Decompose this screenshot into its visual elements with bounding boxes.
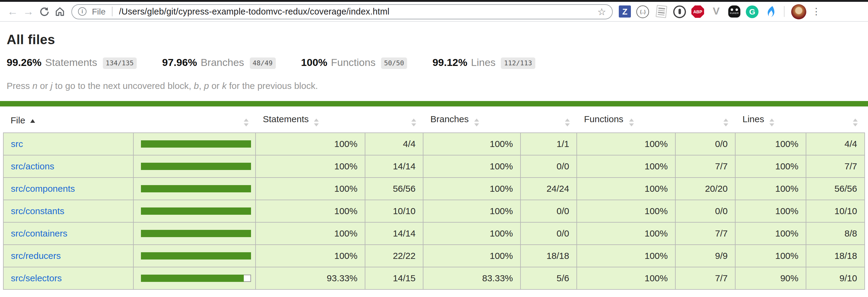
branches-raw-cell: 0/0 xyxy=(521,155,577,177)
coverage-table: File Statements Branches xyxy=(3,107,865,290)
page-info-icon[interactable]: i xyxy=(78,7,87,16)
coverage-bar-fill xyxy=(141,140,251,147)
table-row: src/selectors 93.33% 14/15 83.33% 5/6 10… xyxy=(3,267,865,289)
coverage-bar-fill xyxy=(141,274,244,281)
coverage-report-page: All files 99.26% Statements 134/135 97.9… xyxy=(0,32,868,290)
branches-raw-cell: 18/18 xyxy=(521,244,577,267)
functions-percent-cell: 100% xyxy=(577,200,675,222)
table-row: src/actions 100% 14/14 100% 0/0 100% 7/7… xyxy=(3,155,865,177)
functions-percent-cell: 100% xyxy=(577,244,675,267)
branches-percent-cell: 100% xyxy=(423,155,521,177)
file-link[interactable]: src/constants xyxy=(11,206,64,216)
coverage-bar xyxy=(141,230,251,237)
stat-label: Statements xyxy=(45,57,97,69)
coverage-bar xyxy=(141,207,251,214)
functions-raw-cell: 0/0 xyxy=(675,200,735,222)
stat-fraction: 134/135 xyxy=(102,57,137,69)
extension-adblock-icon[interactable]: ABP xyxy=(691,5,704,18)
file-link[interactable]: src/reducers xyxy=(11,250,61,261)
functions-percent-cell: 100% xyxy=(577,177,675,200)
extension-1password-icon[interactable] xyxy=(673,5,686,18)
url-text[interactable]: /Users/gleb/git/cypress-example-todomvc-… xyxy=(119,7,597,16)
column-header-file[interactable]: File xyxy=(3,107,133,132)
extension-blue-flame-icon[interactable] xyxy=(764,5,777,18)
browser-window: ← → i File /Users/gleb/git/cypress-examp… xyxy=(0,0,868,297)
coverage-bar-cell xyxy=(133,177,255,200)
column-header-functions-raw[interactable] xyxy=(675,107,735,132)
stat-lines: 99.12% Lines 112/113 xyxy=(433,57,535,69)
branches-percent-cell: 100% xyxy=(423,200,521,222)
branches-raw-cell: 5/6 xyxy=(521,267,577,289)
stat-fraction: 112/113 xyxy=(501,57,535,69)
bookmark-star-icon[interactable]: ☆ xyxy=(597,6,606,17)
extension-zotero-icon[interactable]: Z xyxy=(619,5,631,18)
lines-percent-cell: 100% xyxy=(735,132,806,155)
coverage-bar xyxy=(141,274,251,281)
sorter-icon xyxy=(565,119,569,126)
coverage-bar-cell xyxy=(133,200,255,222)
branches-raw-cell: 24/24 xyxy=(521,177,577,200)
functions-percent-cell: 100% xyxy=(577,222,675,244)
lines-percent-cell: 90% xyxy=(735,267,806,289)
page-title: All files xyxy=(7,32,868,48)
statements-raw-cell: 10/10 xyxy=(365,200,423,222)
coverage-bar xyxy=(141,252,251,259)
file-cell: src/containers xyxy=(3,222,133,244)
extension-json-viewer-icon[interactable]: {...} xyxy=(636,5,649,18)
extension-vue-devtools-icon[interactable]: V xyxy=(710,5,723,18)
file-link[interactable]: src/components xyxy=(11,183,75,194)
column-header-functions[interactable]: Functions xyxy=(577,107,675,132)
kuker-label: KUKER xyxy=(730,11,739,14)
forward-button[interactable]: → xyxy=(21,4,36,19)
stat-label: Branches xyxy=(200,57,244,69)
sorter-icon xyxy=(770,119,775,126)
sorter-icon xyxy=(314,119,319,126)
column-header-branches[interactable]: Branches xyxy=(423,107,521,132)
file-cell: src/components xyxy=(3,177,133,200)
browser-toolbar: ← → i File /Users/gleb/git/cypress-examp… xyxy=(0,2,868,22)
extension-grammarly-icon[interactable]: G xyxy=(746,5,758,18)
file-link[interactable]: src/containers xyxy=(11,228,67,238)
column-header-statements-raw[interactable] xyxy=(365,107,423,132)
home-button[interactable] xyxy=(52,4,68,19)
coverage-bar-cell xyxy=(133,222,255,244)
sort-ascending-icon xyxy=(30,119,35,123)
file-link[interactable]: src/selectors xyxy=(11,273,62,283)
column-header-lines-raw[interactable] xyxy=(806,107,865,132)
stat-percent: 97.96% xyxy=(162,57,197,69)
stat-statements: 99.26% Statements 134/135 xyxy=(7,57,137,69)
url-separator xyxy=(112,7,112,16)
file-cell: src xyxy=(3,132,133,155)
back-button[interactable]: ← xyxy=(5,4,21,19)
statements-raw-cell: 14/14 xyxy=(365,155,423,177)
column-header-lines[interactable]: Lines xyxy=(735,107,806,132)
sorter-icon xyxy=(852,119,858,126)
statements-raw-cell: 56/56 xyxy=(365,177,423,200)
table-row: src/components 100% 56/56 100% 24/24 100… xyxy=(3,177,865,200)
statements-percent-cell: 100% xyxy=(255,222,365,244)
stat-fraction: 48/49 xyxy=(249,57,276,69)
extension-kuker-icon[interactable]: KUKER xyxy=(728,5,740,18)
coverage-bar-fill xyxy=(141,252,251,259)
statements-percent-cell: 100% xyxy=(255,177,365,200)
coverage-table-body: src 100% 4/4 100% 1/1 100% 0/0 100% 4/4 … xyxy=(3,132,865,289)
lines-percent-cell: 100% xyxy=(735,200,806,222)
file-link[interactable]: src/actions xyxy=(11,161,54,171)
file-link[interactable]: src xyxy=(11,139,23,149)
reload-button[interactable] xyxy=(36,4,52,19)
reload-icon xyxy=(39,6,49,17)
url-scheme-label: File xyxy=(92,7,105,16)
sorter-icon xyxy=(629,119,633,126)
extension-notes-icon[interactable] xyxy=(654,5,668,18)
column-header-statements[interactable]: Statements xyxy=(255,107,365,132)
profile-avatar[interactable] xyxy=(791,4,806,19)
keyboard-help-text: Press n or j to go to the next uncovered… xyxy=(7,81,868,91)
column-header-bar[interactable] xyxy=(133,107,255,132)
table-header-row: File Statements Branches xyxy=(3,107,865,132)
address-bar[interactable]: i File /Users/gleb/git/cypress-example-t… xyxy=(71,4,613,19)
column-header-branches-raw[interactable] xyxy=(521,107,577,132)
functions-raw-cell: 0/0 xyxy=(675,132,735,155)
statements-percent-cell: 100% xyxy=(255,132,365,155)
browser-menu-icon[interactable]: ⋮ xyxy=(812,6,820,17)
functions-raw-cell: 9/9 xyxy=(675,244,735,267)
